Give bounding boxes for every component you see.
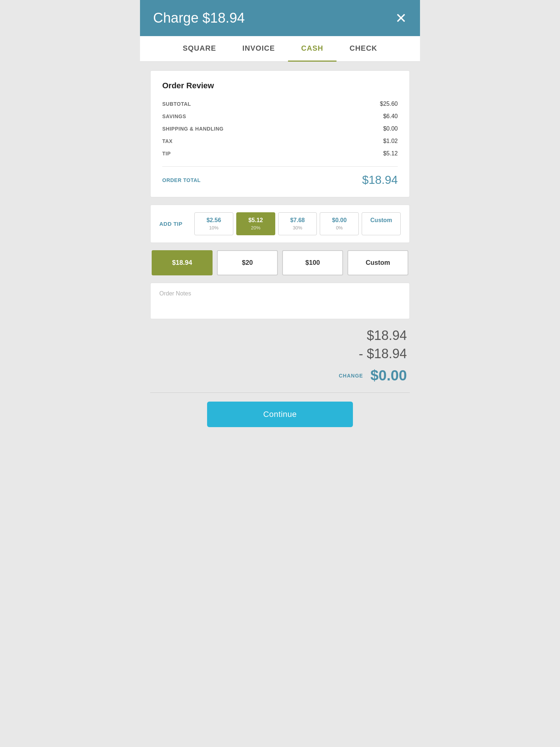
summary-change-value: $0.00	[370, 367, 407, 384]
tip-button-20[interactable]: $5.12 20%	[236, 212, 275, 235]
tabs-bar: SQUARE INVOICE CASH CHECK	[140, 36, 420, 62]
order-divider	[162, 166, 398, 167]
summary-section: $18.94 - $18.94 CHANGE $0.00	[150, 328, 410, 384]
header-title: Charge $18.94	[153, 10, 245, 26]
order-total-label: ORDER TOTAL	[162, 177, 201, 183]
tab-square[interactable]: SQUARE	[170, 36, 229, 62]
tip-button-0[interactable]: $0.00 0%	[320, 212, 359, 235]
tip-percent-20: 20%	[251, 225, 260, 231]
savings-row: SAVINGS $6.40	[162, 110, 398, 123]
tip-amount-0: $0.00	[332, 217, 347, 224]
tax-row: TAX $1.02	[162, 135, 398, 147]
tab-invoice[interactable]: INVOICE	[229, 36, 288, 62]
header: Charge $18.94 ✕	[140, 0, 420, 36]
tip-label: TIP	[162, 151, 171, 156]
add-tip-card: ADD TIP $2.56 10% $5.12 20% $7.68 30% $0…	[150, 205, 410, 243]
subtotal-label: SUBTOTAL	[162, 101, 191, 107]
close-button[interactable]: ✕	[395, 11, 407, 25]
shipping-row: SHIPPING & HANDLING $0.00	[162, 123, 398, 135]
summary-tendered: - $18.94	[153, 346, 407, 361]
tip-percent-30: 30%	[293, 225, 302, 231]
order-notes-placeholder: Order Notes	[159, 290, 191, 297]
tip-percent-10: 10%	[209, 225, 218, 231]
cash-button-100[interactable]: $100	[282, 250, 343, 275]
continue-button-container: Continue	[150, 402, 410, 442]
shipping-value: $0.00	[383, 125, 398, 132]
tip-button-10[interactable]: $2.56 10%	[194, 212, 233, 235]
order-review-card: Order Review SUBTOTAL $25.60 SAVINGS $6.…	[150, 70, 410, 197]
tip-amount-custom: Custom	[370, 217, 392, 224]
cash-button-20[interactable]: $20	[217, 250, 278, 275]
cash-button-custom[interactable]: Custom	[347, 250, 408, 275]
tip-amount-30: $7.68	[290, 217, 305, 224]
tip-button-custom[interactable]: Custom	[362, 212, 401, 235]
main-content: Order Review SUBTOTAL $25.60 SAVINGS $6.…	[140, 62, 420, 450]
summary-change-label: CHANGE	[339, 373, 363, 379]
bottom-divider	[150, 392, 410, 393]
order-total-value: $18.94	[362, 173, 398, 187]
tip-amount-20: $5.12	[248, 217, 263, 224]
tab-cash[interactable]: CASH	[288, 36, 337, 62]
summary-total: $18.94	[153, 328, 407, 343]
add-tip-label: ADD TIP	[159, 221, 188, 227]
tax-label: TAX	[162, 138, 172, 144]
continue-button[interactable]: Continue	[207, 402, 353, 427]
order-notes-card[interactable]: Order Notes	[150, 283, 410, 319]
tip-amount-10: $2.56	[206, 217, 221, 224]
subtotal-row: SUBTOTAL $25.60	[162, 98, 398, 110]
summary-change-row: CHANGE $0.00	[153, 367, 407, 384]
tip-button-30[interactable]: $7.68 30%	[278, 212, 317, 235]
tip-percent-0: 0%	[336, 225, 343, 231]
order-total-row: ORDER TOTAL $18.94	[162, 173, 398, 187]
shipping-label: SHIPPING & HANDLING	[162, 126, 223, 132]
tip-row: TIP $5.12	[162, 147, 398, 160]
cash-buttons: $18.94 $20 $100 Custom	[150, 250, 410, 275]
tip-value: $5.12	[383, 150, 398, 157]
cash-button-exact[interactable]: $18.94	[152, 250, 213, 275]
savings-label: SAVINGS	[162, 113, 186, 119]
tax-value: $1.02	[383, 138, 398, 144]
tip-buttons: $2.56 10% $5.12 20% $7.68 30% $0.00 0% C…	[194, 212, 401, 235]
tab-check[interactable]: CHECK	[337, 36, 390, 62]
subtotal-value: $25.60	[380, 101, 398, 107]
savings-value: $6.40	[383, 113, 398, 120]
order-review-title: Order Review	[162, 81, 398, 90]
